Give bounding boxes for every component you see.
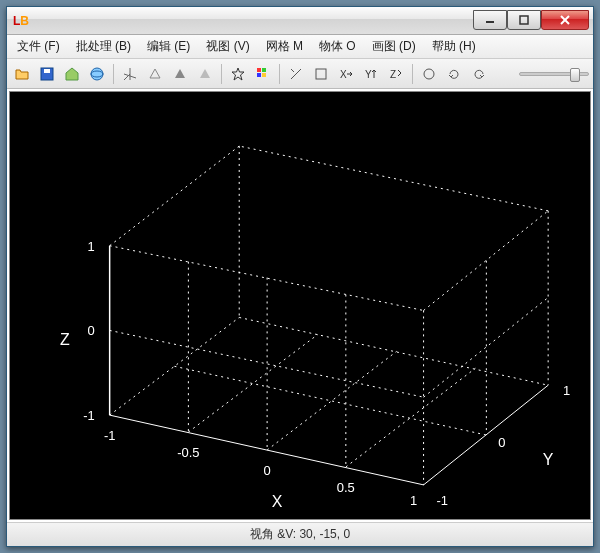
separator [221,64,222,84]
z-axis-label: Z [60,331,70,348]
z-tick: 1 [88,239,95,254]
svg-line-28 [239,317,548,385]
y-axis-label: Y [543,451,554,468]
menu-edit[interactable]: 编辑 (E) [141,36,196,57]
separator [279,64,280,84]
z-tick: 0 [88,323,95,338]
svg-rect-1 [520,16,528,24]
menu-grid[interactable]: 网格 M [260,36,309,57]
menu-object[interactable]: 物体 O [313,36,362,57]
y-axis-icon[interactable]: Y [360,63,382,85]
slider-track[interactable] [519,72,589,76]
menu-file[interactable]: 文件 (F) [11,36,66,57]
app-icon: LB [13,13,29,29]
x-axis-icon[interactable]: X [335,63,357,85]
frame-icon[interactable] [310,63,332,85]
zoom-slider[interactable] [519,72,589,76]
menu-help[interactable]: 帮助 (H) [426,36,482,57]
svg-text:X: X [340,69,347,80]
rotate-ccw-icon[interactable] [468,63,490,85]
star-icon[interactable] [227,63,249,85]
x-tick: 0 [264,463,271,478]
svg-line-23 [110,146,240,246]
x-tick: 1 [410,493,417,508]
status-bar: 视角 &V: 30, -15, 0 [7,522,593,546]
svg-rect-11 [262,73,266,77]
globe-icon[interactable] [86,63,108,85]
maximize-button[interactable] [507,10,541,30]
minimize-button[interactable] [473,10,507,30]
menu-bar: 文件 (F) 批处理 (B) 编辑 (E) 视图 (V) 网格 M 物体 O 画… [7,35,593,59]
svg-rect-12 [316,69,326,79]
axis-arrow-icon[interactable] [119,63,141,85]
x-axis-label: X [272,493,283,510]
y-tick: -1 [437,493,449,508]
open-icon[interactable] [11,63,33,85]
title-bar[interactable]: LB [7,7,593,35]
svg-line-22 [239,146,548,211]
z-axis-icon[interactable]: Z [385,63,407,85]
pyramid-bright-icon[interactable] [194,63,216,85]
svg-text:Z: Z [390,69,396,80]
window-buttons [473,11,589,31]
y-tick: 1 [563,383,570,398]
palette-icon[interactable] [252,63,274,85]
svg-line-31 [346,368,476,467]
close-button[interactable] [541,10,589,30]
svg-line-30 [267,351,397,450]
status-text: 视角 &V: 30, -15, 0 [250,526,350,543]
toolbar: X Y Z [7,59,593,89]
svg-text:Y: Y [365,69,372,80]
pyramid-filled-icon[interactable] [169,63,191,85]
svg-rect-5 [44,69,50,73]
svg-rect-9 [262,68,266,72]
tool-icon-1[interactable] [285,63,307,85]
x-tick: -1 [104,428,116,443]
separator [113,64,114,84]
y-tick: 0 [498,435,505,450]
svg-line-27 [110,317,240,415]
svg-point-6 [91,68,103,80]
svg-line-32 [174,366,486,435]
menu-batch[interactable]: 批处理 (B) [70,36,137,57]
menu-plot[interactable]: 画图 (D) [366,36,422,57]
app-window: LB 文件 (F) 批处理 (B) 编辑 (E) 视图 (V) 网格 M 物体 … [6,6,594,547]
z-tick: -1 [83,408,95,423]
3d-viewport[interactable]: 1 0 -1 Z -1 -0.5 0 0.5 1 X 1 0 -1 Y [9,91,591,520]
home-icon[interactable] [61,63,83,85]
rotate-cw-icon[interactable] [443,63,465,85]
circle-icon[interactable] [418,63,440,85]
svg-rect-8 [257,68,261,72]
svg-line-29 [188,334,318,432]
svg-rect-10 [257,73,261,77]
x-tick: -0.5 [177,445,199,460]
pyramid-outline-icon[interactable] [144,63,166,85]
separator [412,64,413,84]
save-icon[interactable] [36,63,58,85]
menu-view[interactable]: 视图 (V) [200,36,255,57]
slider-thumb[interactable] [570,68,580,82]
svg-point-16 [424,69,434,79]
x-tick: 0.5 [337,480,355,495]
